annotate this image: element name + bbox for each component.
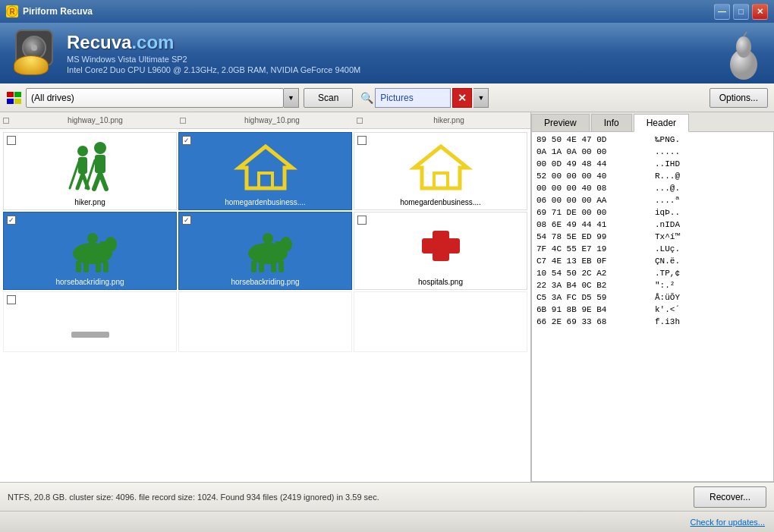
filter-input[interactable]: Pictures <box>375 88 451 108</box>
file-checkbox-cross[interactable] <box>357 216 367 225</box>
header-checkbox-2[interactable] <box>180 118 186 124</box>
hex-row: 00 00 00 40 08...@. <box>535 182 770 194</box>
status-bar: NTFS, 20.8 GB. cluster size: 4096. file … <box>0 482 774 511</box>
footer: Check for updates... <box>0 511 774 532</box>
svg-rect-48 <box>422 238 460 253</box>
svg-point-3 <box>736 36 751 58</box>
hex-view[interactable]: 89 50 4E 47 0D‰PNG.0A 1A 0A 00 00.....00… <box>532 132 773 481</box>
hex-row: 89 50 4E 47 0D‰PNG. <box>535 134 770 146</box>
file-cell-house1[interactable]: homegardenbusiness.... <box>178 132 352 210</box>
close-button[interactable]: ✕ <box>752 4 768 20</box>
file-grid-scroll[interactable]: hiker.png homegardenbusiness <box>0 129 530 482</box>
window-title: Piriform Recuva <box>23 6 93 17</box>
svg-rect-35 <box>89 244 96 254</box>
file-checkbox-empty1[interactable] <box>7 295 16 304</box>
title-bar: R Piriform Recuva — □ ✕ <box>0 0 774 23</box>
drive-select-wrap: (All drives) ▼ <box>6 88 299 108</box>
header-file-3: hiker.png <box>370 116 527 124</box>
hex-row: 52 00 00 00 40R...@ <box>535 170 770 182</box>
file-cell-horse1[interactable]: horsebackriding.png <box>3 212 177 290</box>
file-cell-hiker[interactable]: hiker.png <box>3 132 177 210</box>
svg-rect-31 <box>83 261 89 272</box>
header-text: Recuva.com MS Windows Vista Ultimate SP2… <box>67 32 360 74</box>
file-checkbox-house1[interactable] <box>182 136 191 145</box>
file-cell-horse2[interactable]: horsebackriding.png <box>178 212 352 290</box>
file-cell-cross[interactable]: hospitals.png <box>354 212 527 290</box>
drive-dropdown-arrow[interactable]: ▼ <box>284 88 299 108</box>
svg-rect-39 <box>275 241 286 255</box>
main-content: highway_10.png highway_10.png hiker.png <box>0 112 774 482</box>
tab-info[interactable]: Info <box>591 114 632 131</box>
hex-row: 22 3A B4 0C B2":.² <box>535 279 770 291</box>
svg-rect-15 <box>95 155 105 173</box>
svg-point-10 <box>77 146 88 156</box>
hex-row: 10 54 50 2C A2.TP,¢ <box>535 267 770 279</box>
maximize-button[interactable]: □ <box>733 4 749 20</box>
scan-button[interactable]: Scan <box>304 88 353 108</box>
system-info-line2: Intel Core2 Duo CPU L9600 @ 2.13GHz, 2.0… <box>67 65 360 74</box>
hex-row: 0A 1A 0A 00 00..... <box>535 146 770 158</box>
file-icon-house1 <box>228 136 304 197</box>
file-label-horse2: horsebackriding.png <box>182 278 348 286</box>
file-label-house2: homegardenbusiness.... <box>357 198 524 206</box>
file-icon-house2 <box>403 136 479 197</box>
file-icon-hiker <box>52 136 128 197</box>
svg-rect-30 <box>76 261 81 272</box>
file-icon-horse1 <box>52 216 128 276</box>
svg-rect-45 <box>264 244 272 254</box>
file-grid: hiker.png homegardenbusiness <box>3 132 527 352</box>
svg-point-34 <box>87 233 98 244</box>
file-cell-empty1[interactable] <box>3 291 177 352</box>
file-cell-empty2[interactable] <box>178 291 352 352</box>
svg-point-44 <box>263 233 273 244</box>
svg-rect-8 <box>14 99 21 104</box>
file-grid-header: highway_10.png highway_10.png hiker.png <box>0 112 530 129</box>
hex-row: 06 00 00 00 AA....ª <box>535 194 770 206</box>
svg-rect-40 <box>251 261 256 272</box>
file-checkbox-house2[interactable] <box>357 136 367 145</box>
svg-text:R: R <box>9 8 15 16</box>
file-label-cross: hospitals.png <box>357 278 524 286</box>
file-icon-cross <box>403 216 479 276</box>
minimize-button[interactable]: — <box>714 4 730 20</box>
hex-row: 54 78 5E ED 99Tx^í™ <box>535 231 770 243</box>
status-text: NTFS, 20.8 GB. cluster size: 4096. file … <box>8 493 379 502</box>
file-label-hiker: hiker.png <box>7 198 173 206</box>
options-button[interactable]: Options... <box>710 88 768 108</box>
pear-decoration <box>725 30 762 82</box>
svg-line-4 <box>744 32 747 36</box>
filter-dropdown-arrow[interactable]: ▼ <box>474 88 489 108</box>
app-title: Recuva.com <box>67 32 360 53</box>
header-checkbox-3[interactable] <box>357 118 363 124</box>
filter-clear-button[interactable]: ✕ <box>452 88 472 108</box>
panel-content: 89 50 4E 47 0D‰PNG.0A 1A 0A 00 00.....00… <box>531 132 774 482</box>
svg-rect-7 <box>7 99 14 104</box>
drive-dropdown[interactable]: (All drives) <box>26 88 284 108</box>
tab-preview[interactable]: Preview <box>531 114 590 131</box>
header-checkbox-1[interactable] <box>3 118 9 124</box>
svg-point-14 <box>94 142 106 154</box>
file-checkbox-horse1[interactable] <box>7 216 16 225</box>
svg-rect-42 <box>271 261 276 272</box>
app-logo <box>12 30 59 77</box>
check-updates-link[interactable]: Check for updates... <box>691 518 765 527</box>
file-cell-house2[interactable]: homegardenbusiness.... <box>354 132 527 210</box>
svg-rect-5 <box>7 92 14 97</box>
header-file-2: highway_10.png <box>194 116 351 124</box>
svg-rect-11 <box>78 157 87 174</box>
filter-section: 🔍 Pictures ✕ ▼ <box>360 88 489 108</box>
hex-row: 69 71 DE 00 00iqÞ.. <box>535 206 770 219</box>
file-checkbox-hiker[interactable] <box>7 136 16 145</box>
svg-rect-9 <box>56 139 124 194</box>
tab-header[interactable]: Header <box>634 114 689 132</box>
svg-rect-32 <box>96 261 101 272</box>
file-label-horse1: horsebackriding.png <box>7 278 173 286</box>
hex-row: 08 6E 49 44 41.nIDA <box>535 219 770 231</box>
file-checkbox-horse2[interactable] <box>182 216 191 225</box>
toolbar: (All drives) ▼ Scan 🔍 Pictures ✕ ▼ Optio… <box>0 83 774 112</box>
file-cell-empty3[interactable] <box>354 291 527 352</box>
svg-rect-29 <box>100 241 111 255</box>
svg-rect-6 <box>14 92 21 97</box>
hex-row: 6B 91 8B 9E B4k'.<´ <box>535 304 770 316</box>
recover-button[interactable]: Recover... <box>694 486 766 508</box>
